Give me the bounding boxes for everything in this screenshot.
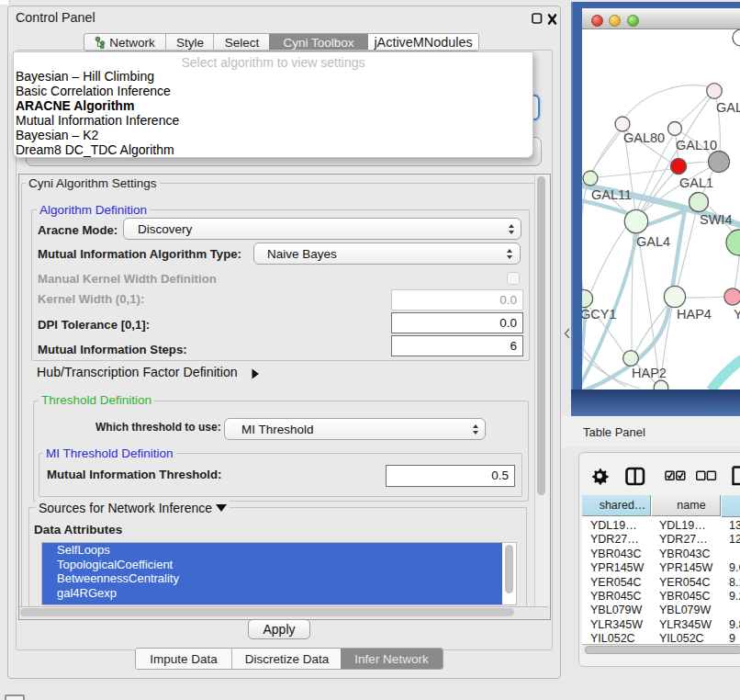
svg-text:GAL80: GAL80 <box>623 130 665 145</box>
svg-text:GAL10: GAL10 <box>676 138 717 152</box>
svg-text:GAL11: GAL11 <box>591 187 632 202</box>
svg-text:Y: Y <box>734 307 740 322</box>
svg-text:GAL4: GAL4 <box>636 234 670 249</box>
svg-text:SWI4: SWI4 <box>700 212 732 227</box>
svg-text:HAP4: HAP4 <box>677 307 712 322</box>
svg-text:GAL7: GAL7 <box>716 100 740 115</box>
svg-text:GCY1: GCY1 <box>582 307 617 322</box>
svg-text:HAP2: HAP2 <box>632 366 667 380</box>
svg-text:GAL1: GAL1 <box>679 175 713 190</box>
